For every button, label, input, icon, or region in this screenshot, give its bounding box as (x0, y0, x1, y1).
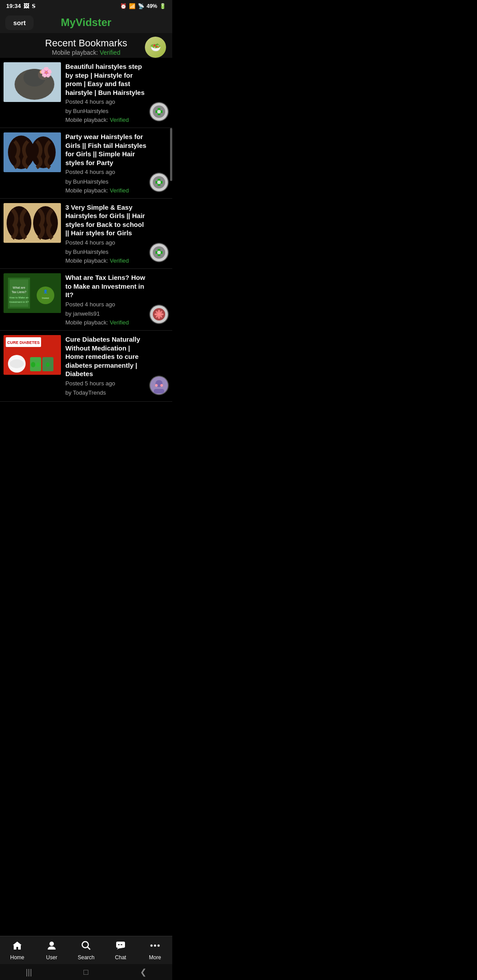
wifi-icon: 📶 (129, 3, 136, 9)
item-posted-time-1: Posted 4 hours ago (65, 98, 147, 106)
svg-text:Investment in It?: Investment in It? (9, 301, 29, 303)
header-mobile-playback: Mobile playback: Verified (52, 49, 121, 56)
svg-point-55 (46, 362, 49, 367)
home-label: Home (10, 954, 24, 961)
svg-rect-66 (118, 944, 120, 945)
chat-icon (115, 941, 126, 953)
svg-point-23 (33, 206, 58, 240)
system-nav: ||| □ ❮ (0, 964, 172, 980)
item-posted-time-3: Posted 4 hours ago (65, 239, 147, 247)
battery-text: 49% (147, 3, 157, 9)
thumbnail-1[interactable] (4, 62, 61, 102)
svg-point-53 (31, 362, 35, 367)
svg-text:CURE DIABETES: CURE DIABETES (7, 340, 40, 345)
svg-rect-58 (154, 389, 164, 393)
section-header: 🥗 Recent Bookmarks Mobile playback: Veri… (0, 33, 172, 58)
signal-icon: 📡 (138, 3, 144, 9)
item-avatar-5[interactable] (149, 376, 169, 395)
shazam-icon: 𝗦 (32, 3, 36, 9)
bookmark-list: Beautiful hairstyles step by step | Hair… (0, 58, 172, 437)
thumbnail-4[interactable]: What are Tax Liens? How to Make an Inves… (4, 273, 61, 313)
item-mobile-playback-4: Mobile playback: Verified (65, 319, 147, 326)
gallery-icon: 🖼 (23, 3, 29, 9)
nav-search[interactable]: Search (73, 941, 99, 961)
item-avatar-4[interactable] (149, 305, 169, 324)
item-mobile-playback-2: Mobile playback: Verified (65, 187, 147, 194)
item-title-5: Cure Diabetes Naturally Without Medicati… (65, 335, 147, 378)
alarm-icon: ⏰ (120, 3, 127, 9)
status-left: 19:34 🖼 𝗦 (6, 3, 36, 9)
item-title-4: What are Tax Liens? How to Make an Inves… (65, 273, 147, 299)
svg-text:What are: What are (13, 286, 26, 289)
svg-point-60 (160, 384, 163, 387)
thumbnail-3[interactable] (4, 203, 61, 243)
home-icon (12, 941, 23, 953)
more-label: More (149, 954, 161, 961)
svg-line-63 (88, 947, 91, 950)
svg-point-69 (154, 945, 156, 947)
status-right: ⏰ 📶 📡 49% 🔋 (120, 3, 166, 9)
thumbnail-5[interactable]: CURE DIABETES (4, 335, 61, 375)
nav-home[interactable]: Home (4, 941, 30, 961)
nav-more[interactable]: More (142, 941, 168, 961)
item-title-2: Party wear Hairstyles for Girls || Fish … (65, 132, 147, 167)
bookmark-item[interactable]: What are Tax Liens? How to Make an Inves… (0, 269, 172, 331)
nav-user[interactable]: User (38, 941, 65, 961)
bookmark-item[interactable]: 3 Very Simple & Easy Hairstyles for Girl… (0, 199, 172, 269)
recents-button[interactable]: ||| (26, 968, 32, 977)
user-label: User (46, 954, 57, 961)
svg-point-50 (10, 359, 24, 368)
svg-point-20 (157, 181, 161, 184)
svg-text:👤: 👤 (43, 289, 48, 294)
svg-rect-7 (4, 62, 61, 102)
item-title-1: Beautiful hairstyles step by step | Hair… (65, 62, 147, 97)
search-label: Search (78, 954, 95, 961)
svg-point-54 (36, 362, 40, 367)
svg-point-36 (37, 286, 54, 304)
chat-label: Chat (115, 954, 126, 961)
sort-button[interactable]: sort (5, 15, 34, 30)
bookmark-item[interactable]: Party wear Hairstyles for Girls || Fish … (0, 128, 172, 198)
item-posted-by-3: by BunHairstyles (65, 248, 147, 256)
svg-rect-67 (121, 944, 122, 945)
app-header: sort MyVidster (0, 12, 172, 33)
item-posted-time-2: Posted 4 hours ago (65, 168, 147, 176)
svg-point-6 (44, 74, 47, 77)
svg-text:Invest: Invest (42, 297, 49, 299)
nav-chat[interactable]: Chat (107, 941, 134, 961)
back-button[interactable]: ❮ (140, 967, 147, 977)
app-title: MyVidster (61, 16, 111, 29)
header-avatar[interactable]: 🥗 (145, 37, 166, 58)
item-avatar-3[interactable] (149, 243, 169, 262)
svg-point-61 (49, 942, 54, 946)
section-title: Recent Bookmarks (45, 38, 127, 49)
item-posted-time-5: Posted 5 hours ago (65, 380, 147, 388)
more-icon (150, 941, 160, 953)
bookmark-item[interactable]: CURE DIABETES Cure Diabetes Naturally Wi… (0, 331, 172, 402)
item-posted-by-2: by BunHairstyles (65, 178, 147, 186)
item-posted-by-1: by BunHairstyles (65, 107, 147, 115)
svg-point-68 (151, 945, 153, 947)
item-avatar-2[interactable] (149, 173, 169, 192)
time: 19:34 (6, 3, 21, 9)
bottom-nav: Home User Search (0, 936, 172, 964)
thumbnail-2[interactable] (4, 132, 61, 172)
item-title-3: 3 Very Simple & Easy Hairstyles for Girl… (65, 203, 147, 237)
svg-point-70 (158, 945, 160, 947)
svg-point-5 (40, 70, 43, 74)
svg-point-28 (157, 251, 161, 254)
svg-point-22 (7, 206, 31, 240)
svg-point-59 (155, 384, 158, 387)
svg-point-15 (31, 136, 56, 168)
svg-point-12 (157, 110, 161, 113)
item-mobile-playback-3: Mobile playback: Verified (65, 257, 147, 264)
svg-text:Tax Liens?: Tax Liens? (11, 290, 26, 294)
scrollbar (170, 128, 172, 181)
svg-text:How to Make an: How to Make an (9, 296, 28, 299)
item-mobile-playback-1: Mobile playback: Verified (65, 117, 147, 123)
item-posted-by-5: by TodayTrends (65, 389, 147, 397)
svg-point-14 (8, 136, 34, 169)
bookmark-item[interactable]: Beautiful hairstyles step by step | Hair… (0, 58, 172, 128)
svg-point-62 (82, 942, 88, 948)
home-button[interactable]: □ (83, 968, 88, 977)
